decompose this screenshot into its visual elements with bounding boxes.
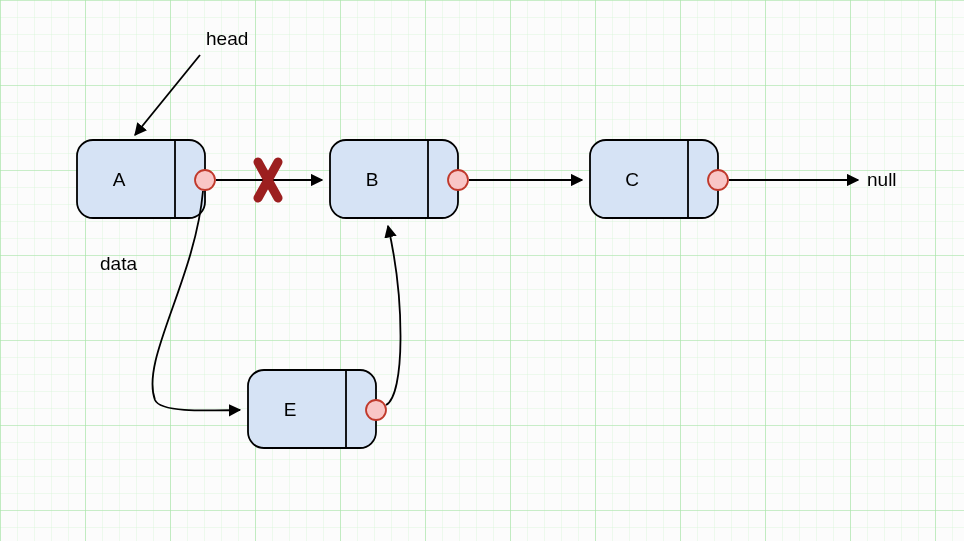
node-e-pointer xyxy=(366,400,386,420)
node-b-pointer xyxy=(448,170,468,190)
null-label: null xyxy=(867,169,897,190)
node-e-label: E xyxy=(284,399,297,420)
node-c-label: C xyxy=(625,169,639,190)
node-a: A xyxy=(77,140,215,218)
node-a-label: A xyxy=(113,169,126,190)
node-c: C xyxy=(590,140,728,218)
node-b-label: B xyxy=(366,169,379,190)
node-e: E xyxy=(248,370,386,448)
node-b: B xyxy=(330,140,468,218)
data-label: data xyxy=(100,253,137,274)
svg-rect-7 xyxy=(248,370,376,448)
svg-rect-1 xyxy=(77,140,205,218)
grid-background xyxy=(0,0,964,541)
svg-rect-5 xyxy=(590,140,718,218)
head-label: head xyxy=(206,28,248,49)
svg-rect-3 xyxy=(330,140,458,218)
node-a-pointer xyxy=(195,170,215,190)
node-c-pointer xyxy=(708,170,728,190)
linked-list-diagram: head A data B C null E xyxy=(0,0,964,541)
